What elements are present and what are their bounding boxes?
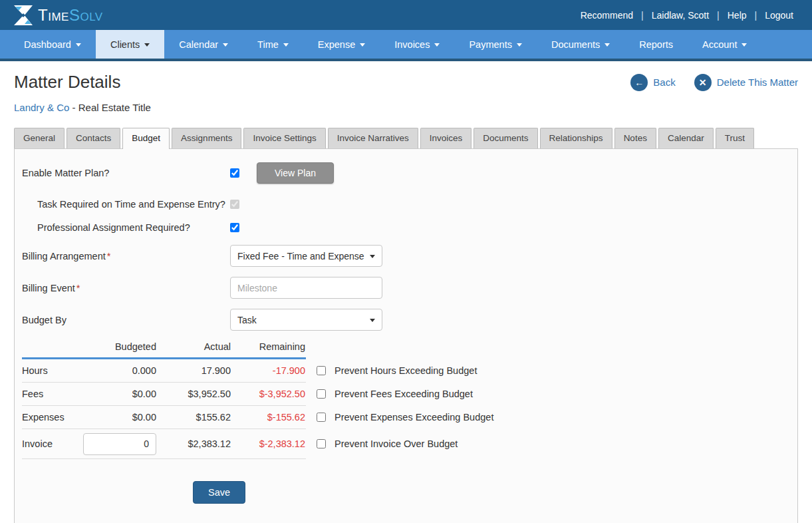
nav-clients[interactable]: Clients — [96, 30, 164, 59]
chevron-down-icon — [144, 43, 150, 47]
hourglass-logo-icon — [13, 5, 33, 26]
nav-expense[interactable]: Expense — [303, 30, 380, 59]
help-link[interactable]: Help — [728, 10, 747, 21]
tab-relationships[interactable]: Relationships — [540, 128, 612, 148]
table-row-invoice: Invoice $2,383.12 $-2,383.12 Prevent Inv… — [22, 429, 306, 459]
page-title: Matter Details — [14, 72, 120, 92]
billing-event-label: Billing Event* — [22, 283, 230, 293]
table-row-fees: Fees $0.00 $3,952.50 $-3,952.50 Prevent … — [22, 383, 306, 406]
remaining-header: Remaining — [231, 341, 305, 352]
save-button[interactable]: Save — [193, 481, 245, 504]
timesolv-logo[interactable]: TIMESOLV — [13, 5, 103, 26]
row-label: Fees — [22, 389, 82, 399]
matter-tabs: General Contacts Budget Assignments Invo… — [14, 128, 798, 148]
delete-matter-button[interactable]: ✕ Delete This Matter — [694, 74, 798, 91]
back-button[interactable]: ← Back — [630, 74, 675, 91]
top-links: Recommend | Laidlaw, Scott | Help | Logo… — [581, 10, 793, 21]
tab-notes[interactable]: Notes — [614, 128, 656, 148]
client-link[interactable]: Landry & Co — [14, 102, 69, 113]
chevron-down-icon — [223, 43, 228, 47]
tab-trust[interactable]: Trust — [716, 128, 754, 148]
invoice-budget-input[interactable] — [83, 433, 156, 455]
divider: | — [717, 10, 720, 21]
nav-invoices[interactable]: Invoices — [380, 30, 454, 59]
tab-general[interactable]: General — [14, 128, 65, 148]
nav-calendar[interactable]: Calendar — [164, 30, 243, 59]
row-label: Invoice — [22, 438, 82, 449]
task-required-row: Task Required on Time and Expense Entry? — [22, 198, 790, 211]
chevron-down-icon — [605, 43, 610, 47]
view-plan-button[interactable]: View Plan — [257, 162, 334, 184]
prevent-expenses-checkbox[interactable] — [317, 413, 326, 422]
tab-invoice-settings[interactable]: Invoice Settings — [243, 128, 325, 148]
prevent-fees-label: Prevent Fees Exceeding Budget — [335, 389, 473, 399]
tab-invoices[interactable]: Invoices — [420, 128, 472, 148]
hours-remaining: -17.900 — [231, 365, 305, 376]
billing-arrangement-label: Billing Arrangement* — [22, 251, 230, 262]
budget-by-row: Budget By Task — [22, 309, 790, 331]
billing-arrangement-select[interactable]: Fixed Fee - Time and Expense — [230, 245, 382, 267]
enable-matter-plan-checkbox[interactable] — [230, 168, 239, 178]
budget-tab-panel: Enable Matter Plan? View Plan Task Requi… — [14, 148, 798, 523]
tab-invoice-narratives[interactable]: Invoice Narratives — [328, 128, 418, 148]
expenses-budgeted: $0.00 — [82, 412, 156, 423]
chevron-down-icon — [370, 319, 375, 322]
recommend-link[interactable]: Recommend — [581, 10, 633, 21]
main-nav: Dashboard Clients Calendar Time Expense … — [0, 30, 812, 61]
actual-header: Actual — [156, 341, 231, 352]
top-bar: TIMESOLV Recommend | Laidlaw, Scott | He… — [0, 0, 812, 30]
prevent-hours-checkbox[interactable] — [317, 366, 326, 375]
billing-event-row: Billing Event* — [22, 277, 790, 299]
invoice-budgeted-cell — [82, 433, 156, 455]
fees-remaining: $-3,952.50 — [231, 389, 305, 399]
chevron-down-icon — [283, 43, 289, 47]
tab-calendar[interactable]: Calendar — [658, 128, 714, 148]
tab-documents[interactable]: Documents — [474, 128, 537, 148]
nav-account[interactable]: Account — [688, 30, 761, 59]
breadcrumb: Landry & Co - Real Estate Title — [14, 102, 798, 113]
enable-matter-plan-row: Enable Matter Plan? View Plan — [22, 162, 790, 184]
row-label: Hours — [22, 365, 82, 376]
chevron-down-icon — [742, 43, 747, 47]
tab-assignments[interactable]: Assignments — [172, 128, 241, 148]
tab-budget[interactable]: Budget — [122, 128, 170, 149]
task-required-checkbox — [230, 200, 239, 209]
row-label: Expenses — [22, 412, 82, 423]
matter-name: - Real Estate Title — [69, 102, 151, 113]
chevron-down-icon — [76, 43, 81, 47]
required-marker: * — [107, 251, 111, 262]
prevent-expenses-label: Prevent Expenses Exceeding Budget — [335, 412, 493, 423]
nav-payments[interactable]: Payments — [454, 30, 536, 59]
table-row-expenses: Expenses $0.00 $155.62 $-155.62 Prevent … — [22, 406, 306, 429]
chevron-down-icon — [434, 43, 440, 47]
user-link[interactable]: Laidlaw, Scott — [652, 10, 709, 21]
close-x-icon: ✕ — [694, 74, 712, 91]
expenses-remaining: $-155.62 — [231, 412, 305, 423]
professional-assignment-checkbox[interactable] — [230, 223, 239, 232]
billing-arrangement-row: Billing Arrangement* Fixed Fee - Time an… — [22, 245, 790, 267]
hours-actual: 17.900 — [156, 365, 231, 376]
divider: | — [641, 10, 644, 21]
prevent-invoice-label: Prevent Invoice Over Budget — [335, 438, 458, 449]
logout-link[interactable]: Logout — [765, 10, 793, 21]
professional-assignment-label: Professional Assignment Required? — [22, 222, 230, 233]
budgeted-header: Budgeted — [82, 341, 156, 352]
prevent-invoice-checkbox[interactable] — [317, 439, 326, 448]
chevron-down-icon — [517, 43, 522, 47]
professional-assignment-row: Professional Assignment Required? — [22, 221, 790, 234]
nav-reports[interactable]: Reports — [624, 30, 688, 59]
required-marker: * — [76, 283, 80, 293]
billing-event-input[interactable] — [230, 277, 382, 299]
nav-documents[interactable]: Documents — [537, 30, 624, 59]
nav-dashboard[interactable]: Dashboard — [9, 30, 96, 59]
fees-actual: $3,952.50 — [156, 389, 231, 399]
fees-budgeted: $0.00 — [82, 389, 156, 399]
prevent-hours-label: Prevent Hours Exceeding Budget — [335, 365, 477, 376]
prevent-fees-checkbox[interactable] — [317, 389, 326, 399]
tab-contacts[interactable]: Contacts — [67, 128, 120, 148]
budget-by-select[interactable]: Task — [230, 309, 382, 331]
expenses-actual: $155.62 — [156, 412, 231, 423]
nav-time[interactable]: Time — [243, 30, 303, 59]
hours-budgeted: 0.000 — [82, 365, 156, 376]
divider: | — [755, 10, 757, 21]
